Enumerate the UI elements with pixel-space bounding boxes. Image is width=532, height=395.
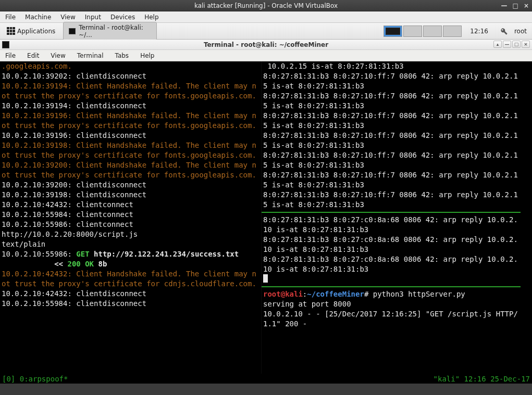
arp-line: 8:0:27:81:31:b3 8:0:27:10:ff:7 0806 42: … [263,111,518,130]
taskbar-item-terminal[interactable]: Terminal - root@kali: ~/... [63,22,157,41]
terminal-menu: File Edit View Terminal Tabs Help [0,50,532,61]
tmux-pane-right[interactable]: 10.0.2.15 is-at 8:0:27:81:31:b3 8:0:27:8… [262,61,521,374]
arp-line: 8:0:27:81:31:b3 8:0:27:10:ff:7 0806 42: … [263,72,518,90]
log-line: 10.0.2.10:39200: clientdisconnect [2,181,146,189]
panel-clock[interactable]: 12:16 [470,28,488,35]
vbox-menu-help[interactable]: Help [144,14,158,21]
log-line: 10.0.2.10:55984: clientdisconnect [2,299,146,308]
tmux-pane-divider [262,286,521,287]
terminal-minimize-button[interactable]: — [503,41,511,48]
http-url: http://92.122.241.234/success.txt [90,250,239,258]
terminal-menu-edit[interactable]: Edit [27,52,39,59]
terminal-maximize-button[interactable]: □ [512,41,521,48]
log-line: 10.0.2.10:39194: clientdisconnect [2,101,146,110]
http-status: 200 OK [67,260,94,268]
terminal-body[interactable]: .googleapis.com. 10.0.2.10:39202: client… [0,61,532,374]
log-line: 10.0.2.10:55986: [2,250,76,258]
applications-grid-icon [7,27,15,35]
vbox-maximize-button[interactable]: □ [513,2,518,9]
vbox-menu-view[interactable]: View [60,14,75,21]
terminal-menu-terminal[interactable]: Terminal [77,52,104,59]
prompt-path: ~/coffeeMiner [307,290,364,298]
tmux-pane-right-bottom[interactable]: root@kali:~/coffeeMiner# python3 httpSer… [262,289,521,329]
log-line: http://10.0.2.20:8000/script.js [2,230,138,238]
http-size: 8b [94,260,107,268]
server-line: 10.0.2.10 - - [25/Dec/2017 12:16:25] "GE… [263,310,518,328]
log-line: 10.0.2.10:42432: clientdisconnect [2,289,146,298]
log-line: 10.0.2.10:39198: clientdisconnect [2,190,146,199]
terminal-title: Terminal - root@kali: ~/coffeeMiner [204,41,328,48]
vbox-close-button[interactable]: × [524,2,529,9]
terminal-titlebar[interactable]: Terminal - root@kali: ~/coffeeMiner ▴ — … [0,40,532,50]
tmux-status-right: "kali" 12:16 25-Dec-17 [434,375,530,383]
terminal-icon [2,41,9,48]
workspace-4[interactable] [443,26,462,37]
terminal-menu-tabs[interactable]: Tabs [115,52,129,59]
vbox-menu-machine[interactable]: Machine [25,14,51,21]
arp-line: 8:0:27:81:31:b3 8:0:27:10:ff:7 0806 42: … [263,92,518,110]
vbox-menu-devices[interactable]: Devices [110,14,135,21]
log-line: 10.0.2.10:42432: clientconnect [2,200,133,209]
tmux-status-bar[interactable]: [0] 0:arpspoof* "kali" 12:16 25-Dec-17 [0,374,532,384]
tmux-pane-right-mid[interactable]: 8:0:27:81:31:b3 8:0:27:c0:8a:68 0806 42:… [262,215,521,284]
terminal-icon [69,28,76,34]
log-line: 10.0.2.10:42432: Client Handshake failed… [2,270,256,288]
terminal-window: Terminal - root@kali: ~/coffeeMiner ▴ — … [0,40,532,384]
terminal-menu-file[interactable]: File [5,52,16,59]
log-line: 10.0.2.10:39198: Client Handshake failed… [2,141,256,159]
vbox-menu-file[interactable]: File [5,14,16,21]
log-line: text/plain [2,240,45,248]
taskbar-item-label: Terminal - root@kali: ~/... [79,24,151,39]
log-line: 10.0.2.10:39196: Client Handshake failed… [2,111,256,130]
arp-line: 8:0:27:81:31:b3 8:0:27:c0:8a:68 0806 42:… [263,215,518,234]
workspace-2[interactable] [403,26,422,37]
prompt-user: root@kali [263,290,303,298]
kali-top-panel: Applications Terminal - root@kali: ~/...… [0,23,532,40]
workspace-switcher [383,26,462,37]
log-line: 10.0.2.10:39200: Client Handshake failed… [2,161,256,179]
workspace-3[interactable] [423,26,442,37]
vbox-title: kali attacker [Running] - Oracle VM Virt… [194,2,338,9]
tmux-pane-divider [262,212,521,213]
arp-line: 8:0:27:81:31:b3 8:0:27:10:ff:7 0806 42: … [263,171,518,189]
applications-label: Applications [17,28,55,35]
log-line: .googleapis.com. [2,62,72,70]
workspace-1[interactable] [383,26,402,37]
server-line: serving at port 8000 [263,300,351,308]
settings-wrench-icon[interactable] [500,27,508,35]
terminal-rollup-button[interactable]: ▴ [493,41,502,48]
arp-line: 8:0:27:81:31:b3 8:0:27:c0:8a:68 0806 42:… [263,235,518,253]
vbox-minimize-button[interactable]: — [501,2,508,9]
terminal-menu-view[interactable]: View [51,52,65,59]
arp-line: 8:0:27:81:31:b3 8:0:27:10:ff:7 0806 42: … [263,151,518,169]
prompt-hash: # [364,290,373,298]
vbox-menu-input[interactable]: Input [85,14,101,21]
tmux-pane-left[interactable]: .googleapis.com. 10.0.2.10:39202: client… [0,61,262,374]
log-line: << [2,260,67,268]
arp-line: 8:0:27:81:31:b3 8:0:27:10:ff:7 0806 42: … [263,190,518,209]
tmux-pane-right-top[interactable]: 10.0.2.15 is-at 8:0:27:81:31:b3 8:0:27:8… [262,61,521,210]
cursor [263,274,268,283]
log-line: 10.0.2.10:55984: clientconnect [2,210,133,219]
arp-line: 8:0:27:81:31:b3 8:0:27:10:ff:7 0806 42: … [263,131,518,149]
http-method: GET [76,250,89,258]
vbox-menu: File Machine View Input Devices Help [0,11,532,23]
terminal-close-button[interactable]: × [522,41,530,48]
terminal-menu-help[interactable]: Help [140,52,154,59]
vbox-titlebar[interactable]: kali attacker [Running] - Oracle VM Virt… [0,0,532,11]
log-line: 10.0.2.10:55986: clientconnect [2,220,133,228]
log-line: 10.0.2.10:39196: clientdisconnect [2,131,146,139]
arp-line: 10.0.2.15 is-at 8:0:27:81:31:b3 [263,62,404,70]
log-line: 10.0.2.10:39194: Client Handshake failed… [2,82,256,100]
tmux-status-left: [0] 0:arpspoof* [2,375,68,383]
panel-user[interactable]: root [514,28,527,35]
prompt-command: python3 httpServer.py [373,290,465,298]
log-line: 10.0.2.10:39202: clientdisconnect [2,72,146,80]
arp-line: 8:0:27:81:31:b3 8:0:27:c0:8a:68 0806 42:… [263,255,518,273]
applications-menu[interactable]: Applications [2,25,60,37]
